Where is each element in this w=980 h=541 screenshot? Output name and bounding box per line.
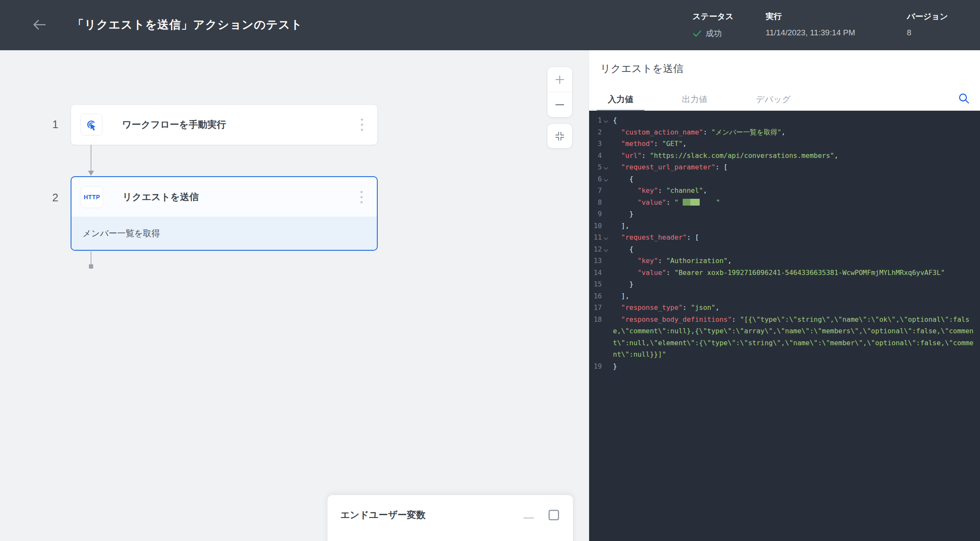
line-number: 15 [589, 278, 602, 290]
line-number: 5 [589, 161, 602, 173]
code-line: 12 { [589, 243, 980, 255]
fit-view-icon [554, 131, 565, 142]
code-line: 1{ [589, 114, 980, 126]
line-number: 2 [589, 126, 602, 138]
http-icon: HTTP [81, 186, 103, 208]
version-value: 8 [907, 28, 912, 37]
maximize-button[interactable] [547, 509, 560, 521]
tab-input-values[interactable]: 入力値 [597, 89, 644, 110]
plus-icon [554, 74, 565, 85]
line-number: 11 [589, 232, 602, 243]
code-line: 15 } [589, 278, 980, 290]
code-line: 9 } [589, 208, 980, 220]
code-line: 6 { [589, 173, 980, 185]
status-label: ステータス [692, 11, 734, 22]
detail-panel: リクエストを送信 入力値 出力値 デバッグ 1{2 "custom_action… [589, 50, 980, 541]
fit-view-button[interactable] [547, 124, 572, 148]
step-title: ワークフローを手動実行 [122, 118, 356, 131]
kebab-menu-icon [360, 190, 363, 204]
tab-output-values[interactable]: 出力値 [671, 89, 718, 110]
status-block: ステータス 成功 [692, 11, 734, 39]
top-bar: 「リクエストを送信」アクションのテスト ステータス 成功 実行 11/14/20… [0, 0, 980, 50]
minimize-button[interactable] [522, 509, 535, 521]
page-title: 「リクエストを送信」アクションのテスト [72, 17, 303, 32]
zoom-out-button[interactable] [547, 92, 572, 117]
line-number: 8 [589, 197, 602, 209]
manual-trigger-icon [80, 114, 103, 136]
end-user-variables-title: エンドユーザー変数 [340, 509, 522, 521]
tab-debug[interactable]: デバッグ [745, 89, 802, 110]
fold-chevron-icon[interactable] [604, 119, 608, 123]
step-number-1: 1 [48, 118, 63, 131]
line-number: 12 [589, 243, 602, 255]
version-label: バージョン [907, 11, 948, 22]
connector-tail [87, 252, 95, 269]
code-line: 4 "url": "https://slack.com/api/conversa… [589, 150, 980, 162]
step-card-manual-trigger[interactable]: ワークフローを手動実行 [71, 104, 378, 145]
workflow-canvas[interactable]: 1 ワークフローを手動実行 2 [0, 50, 589, 541]
end-user-variables-panel[interactable]: エンドユーザー変数 [328, 495, 573, 541]
line-number: 18 [589, 314, 602, 361]
zoom-in-button[interactable] [547, 67, 572, 92]
code-line: 10 ], [589, 220, 980, 232]
http-badge-label: HTTP [84, 194, 100, 200]
run-block: 実行 11/14/2023, 11:39:14 PM [766, 11, 855, 37]
connector-arrow [87, 145, 95, 176]
step-menu-button[interactable] [356, 116, 368, 133]
line-number: 13 [589, 255, 602, 267]
panel-tabs: 入力値 出力値 デバッグ [597, 89, 828, 110]
maximize-icon [548, 509, 560, 521]
back-button[interactable] [31, 17, 48, 33]
kebab-menu-icon [361, 118, 363, 132]
code-line: 2 "custom_action_name": "メンバー一覧を取得", [589, 126, 980, 138]
run-label: 実行 [766, 11, 855, 22]
search-icon [957, 92, 970, 105]
code-line: 8 "value": " " [589, 197, 980, 209]
minus-icon [554, 99, 565, 110]
zoom-controls [547, 67, 572, 117]
fold-chevron-icon[interactable] [604, 236, 608, 240]
step-number-2: 2 [48, 191, 63, 204]
status-value: 成功 [706, 28, 722, 39]
code-line: 19} [589, 361, 980, 372]
code-line: 7 "key": "channel", [589, 185, 980, 197]
back-arrow-icon [31, 17, 47, 32]
line-number: 9 [589, 208, 602, 220]
line-number: 7 [589, 185, 602, 197]
line-number: 19 [589, 361, 602, 372]
step-menu-button[interactable] [356, 189, 368, 206]
code-line: 3 "method": "GET", [589, 138, 980, 150]
code-editor[interactable]: 1{2 "custom_action_name": "メンバー一覧を取得",3 … [589, 111, 980, 541]
success-check-icon [692, 29, 702, 38]
code-line: 16 ], [589, 290, 980, 302]
line-number: 6 [589, 173, 602, 185]
code-line: 5 "request_url_parameter": [ [589, 161, 980, 173]
code-line: 18 "response_body_definitions": "[{\"typ… [589, 314, 980, 361]
fold-chevron-icon[interactable] [604, 177, 608, 181]
code-line: 14 "value": "Bearer xoxb-1992716096241-5… [589, 267, 980, 279]
panel-title: リクエストを送信 [600, 62, 683, 75]
step-subtitle: メンバー一覧を取得 [71, 217, 377, 250]
line-number: 4 [589, 150, 602, 162]
redacted-value [683, 199, 700, 206]
run-timestamp: 11/14/2023, 11:39:14 PM [766, 28, 855, 37]
fold-chevron-icon[interactable] [604, 247, 608, 252]
version-block: バージョン 8 [907, 11, 948, 37]
step-card-send-request[interactable]: HTTP リクエストを送信 メンバー一覧を取得 [71, 176, 378, 251]
minimize-icon [522, 509, 534, 521]
line-number: 17 [589, 302, 602, 314]
line-number: 16 [589, 290, 602, 302]
step-title: リクエストを送信 [122, 191, 356, 203]
code-line: 11 "request_header": [ [589, 232, 980, 243]
line-number: 1 [589, 114, 602, 126]
code-line: 17 "response_type": "json", [589, 302, 980, 314]
code-line: 13 "key": "Authorization", [589, 255, 980, 267]
line-number: 3 [589, 138, 602, 150]
fold-chevron-icon[interactable] [604, 166, 608, 170]
line-number: 14 [589, 267, 602, 279]
search-button[interactable] [957, 92, 971, 106]
line-number: 10 [589, 220, 602, 232]
